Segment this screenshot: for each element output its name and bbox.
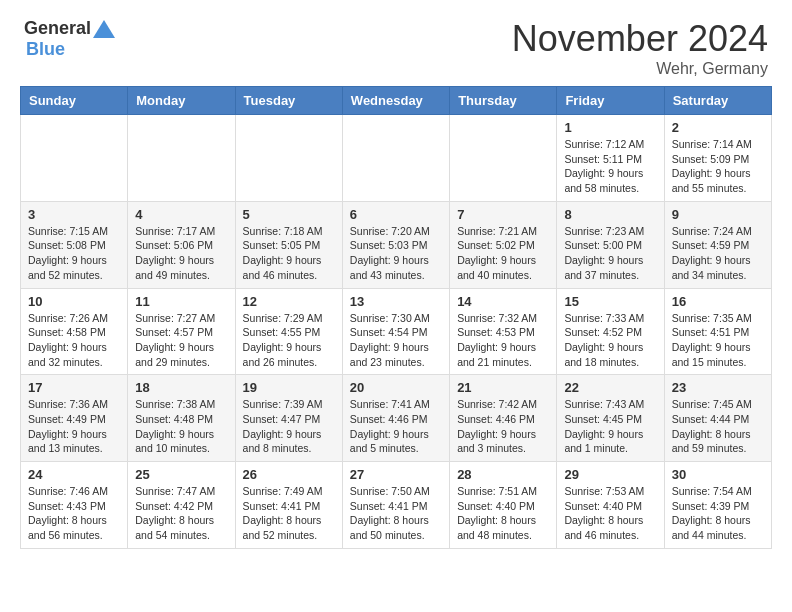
day-cell: 1Sunrise: 7:12 AM Sunset: 5:11 PM Daylig… <box>557 115 664 202</box>
calendar-week-row: 17Sunrise: 7:36 AM Sunset: 4:49 PM Dayli… <box>21 375 772 462</box>
day-number: 15 <box>564 294 656 309</box>
day-cell: 22Sunrise: 7:43 AM Sunset: 4:45 PM Dayli… <box>557 375 664 462</box>
day-cell: 4Sunrise: 7:17 AM Sunset: 5:06 PM Daylig… <box>128 201 235 288</box>
calendar-header: SundayMondayTuesdayWednesdayThursdayFrid… <box>21 87 772 115</box>
logo-general-text: General <box>24 18 91 39</box>
title-section: November 2024 Wehr, Germany <box>512 18 768 78</box>
day-number: 3 <box>28 207 120 222</box>
day-info: Sunrise: 7:18 AM Sunset: 5:05 PM Dayligh… <box>243 224 335 283</box>
day-info: Sunrise: 7:23 AM Sunset: 5:00 PM Dayligh… <box>564 224 656 283</box>
day-info: Sunrise: 7:36 AM Sunset: 4:49 PM Dayligh… <box>28 397 120 456</box>
day-number: 21 <box>457 380 549 395</box>
day-info: Sunrise: 7:35 AM Sunset: 4:51 PM Dayligh… <box>672 311 764 370</box>
col-header-friday: Friday <box>557 87 664 115</box>
day-cell: 17Sunrise: 7:36 AM Sunset: 4:49 PM Dayli… <box>21 375 128 462</box>
day-cell: 24Sunrise: 7:46 AM Sunset: 4:43 PM Dayli… <box>21 462 128 549</box>
day-number: 8 <box>564 207 656 222</box>
day-cell <box>21 115 128 202</box>
page-header: General Blue November 2024 Wehr, Germany <box>0 0 792 86</box>
calendar-week-row: 3Sunrise: 7:15 AM Sunset: 5:08 PM Daylig… <box>21 201 772 288</box>
day-cell <box>342 115 449 202</box>
day-cell: 27Sunrise: 7:50 AM Sunset: 4:41 PM Dayli… <box>342 462 449 549</box>
logo-blue-text: Blue <box>26 39 65 59</box>
day-number: 13 <box>350 294 442 309</box>
day-info: Sunrise: 7:12 AM Sunset: 5:11 PM Dayligh… <box>564 137 656 196</box>
calendar-week-row: 24Sunrise: 7:46 AM Sunset: 4:43 PM Dayli… <box>21 462 772 549</box>
day-cell: 21Sunrise: 7:42 AM Sunset: 4:46 PM Dayli… <box>450 375 557 462</box>
day-cell: 26Sunrise: 7:49 AM Sunset: 4:41 PM Dayli… <box>235 462 342 549</box>
day-number: 24 <box>28 467 120 482</box>
day-number: 6 <box>350 207 442 222</box>
day-cell <box>235 115 342 202</box>
day-number: 19 <box>243 380 335 395</box>
calendar-body: 1Sunrise: 7:12 AM Sunset: 5:11 PM Daylig… <box>21 115 772 549</box>
day-cell: 9Sunrise: 7:24 AM Sunset: 4:59 PM Daylig… <box>664 201 771 288</box>
day-cell: 11Sunrise: 7:27 AM Sunset: 4:57 PM Dayli… <box>128 288 235 375</box>
day-cell: 25Sunrise: 7:47 AM Sunset: 4:42 PM Dayli… <box>128 462 235 549</box>
day-cell: 2Sunrise: 7:14 AM Sunset: 5:09 PM Daylig… <box>664 115 771 202</box>
col-header-wednesday: Wednesday <box>342 87 449 115</box>
day-info: Sunrise: 7:14 AM Sunset: 5:09 PM Dayligh… <box>672 137 764 196</box>
day-cell: 5Sunrise: 7:18 AM Sunset: 5:05 PM Daylig… <box>235 201 342 288</box>
day-cell: 14Sunrise: 7:32 AM Sunset: 4:53 PM Dayli… <box>450 288 557 375</box>
day-cell: 29Sunrise: 7:53 AM Sunset: 4:40 PM Dayli… <box>557 462 664 549</box>
calendar-wrapper: SundayMondayTuesdayWednesdayThursdayFrid… <box>0 86 792 559</box>
day-info: Sunrise: 7:39 AM Sunset: 4:47 PM Dayligh… <box>243 397 335 456</box>
day-cell: 28Sunrise: 7:51 AM Sunset: 4:40 PM Dayli… <box>450 462 557 549</box>
day-cell: 23Sunrise: 7:45 AM Sunset: 4:44 PM Dayli… <box>664 375 771 462</box>
day-number: 2 <box>672 120 764 135</box>
day-cell: 19Sunrise: 7:39 AM Sunset: 4:47 PM Dayli… <box>235 375 342 462</box>
col-header-sunday: Sunday <box>21 87 128 115</box>
day-info: Sunrise: 7:49 AM Sunset: 4:41 PM Dayligh… <box>243 484 335 543</box>
svg-marker-0 <box>93 20 115 38</box>
day-cell: 3Sunrise: 7:15 AM Sunset: 5:08 PM Daylig… <box>21 201 128 288</box>
col-header-tuesday: Tuesday <box>235 87 342 115</box>
day-cell: 12Sunrise: 7:29 AM Sunset: 4:55 PM Dayli… <box>235 288 342 375</box>
day-number: 17 <box>28 380 120 395</box>
day-number: 23 <box>672 380 764 395</box>
day-info: Sunrise: 7:50 AM Sunset: 4:41 PM Dayligh… <box>350 484 442 543</box>
day-number: 18 <box>135 380 227 395</box>
col-header-thursday: Thursday <box>450 87 557 115</box>
day-number: 12 <box>243 294 335 309</box>
day-info: Sunrise: 7:38 AM Sunset: 4:48 PM Dayligh… <box>135 397 227 456</box>
location: Wehr, Germany <box>512 60 768 78</box>
day-number: 26 <box>243 467 335 482</box>
day-info: Sunrise: 7:24 AM Sunset: 4:59 PM Dayligh… <box>672 224 764 283</box>
day-info: Sunrise: 7:27 AM Sunset: 4:57 PM Dayligh… <box>135 311 227 370</box>
day-info: Sunrise: 7:51 AM Sunset: 4:40 PM Dayligh… <box>457 484 549 543</box>
logo: General Blue <box>24 18 115 60</box>
day-cell: 13Sunrise: 7:30 AM Sunset: 4:54 PM Dayli… <box>342 288 449 375</box>
day-number: 20 <box>350 380 442 395</box>
day-number: 16 <box>672 294 764 309</box>
day-info: Sunrise: 7:54 AM Sunset: 4:39 PM Dayligh… <box>672 484 764 543</box>
logo-icon <box>93 20 115 38</box>
day-cell: 8Sunrise: 7:23 AM Sunset: 5:00 PM Daylig… <box>557 201 664 288</box>
day-info: Sunrise: 7:30 AM Sunset: 4:54 PM Dayligh… <box>350 311 442 370</box>
calendar-table: SundayMondayTuesdayWednesdayThursdayFrid… <box>20 86 772 549</box>
col-header-monday: Monday <box>128 87 235 115</box>
day-number: 4 <box>135 207 227 222</box>
day-info: Sunrise: 7:17 AM Sunset: 5:06 PM Dayligh… <box>135 224 227 283</box>
day-cell: 30Sunrise: 7:54 AM Sunset: 4:39 PM Dayli… <box>664 462 771 549</box>
day-number: 28 <box>457 467 549 482</box>
day-cell: 18Sunrise: 7:38 AM Sunset: 4:48 PM Dayli… <box>128 375 235 462</box>
day-info: Sunrise: 7:46 AM Sunset: 4:43 PM Dayligh… <box>28 484 120 543</box>
day-info: Sunrise: 7:41 AM Sunset: 4:46 PM Dayligh… <box>350 397 442 456</box>
day-number: 7 <box>457 207 549 222</box>
day-info: Sunrise: 7:45 AM Sunset: 4:44 PM Dayligh… <box>672 397 764 456</box>
day-cell: 20Sunrise: 7:41 AM Sunset: 4:46 PM Dayli… <box>342 375 449 462</box>
day-number: 30 <box>672 467 764 482</box>
day-number: 27 <box>350 467 442 482</box>
day-info: Sunrise: 7:29 AM Sunset: 4:55 PM Dayligh… <box>243 311 335 370</box>
calendar-week-row: 1Sunrise: 7:12 AM Sunset: 5:11 PM Daylig… <box>21 115 772 202</box>
day-cell: 6Sunrise: 7:20 AM Sunset: 5:03 PM Daylig… <box>342 201 449 288</box>
day-cell: 16Sunrise: 7:35 AM Sunset: 4:51 PM Dayli… <box>664 288 771 375</box>
day-number: 9 <box>672 207 764 222</box>
day-cell: 7Sunrise: 7:21 AM Sunset: 5:02 PM Daylig… <box>450 201 557 288</box>
day-info: Sunrise: 7:21 AM Sunset: 5:02 PM Dayligh… <box>457 224 549 283</box>
day-info: Sunrise: 7:15 AM Sunset: 5:08 PM Dayligh… <box>28 224 120 283</box>
month-title: November 2024 <box>512 18 768 60</box>
day-number: 22 <box>564 380 656 395</box>
col-header-saturday: Saturday <box>664 87 771 115</box>
